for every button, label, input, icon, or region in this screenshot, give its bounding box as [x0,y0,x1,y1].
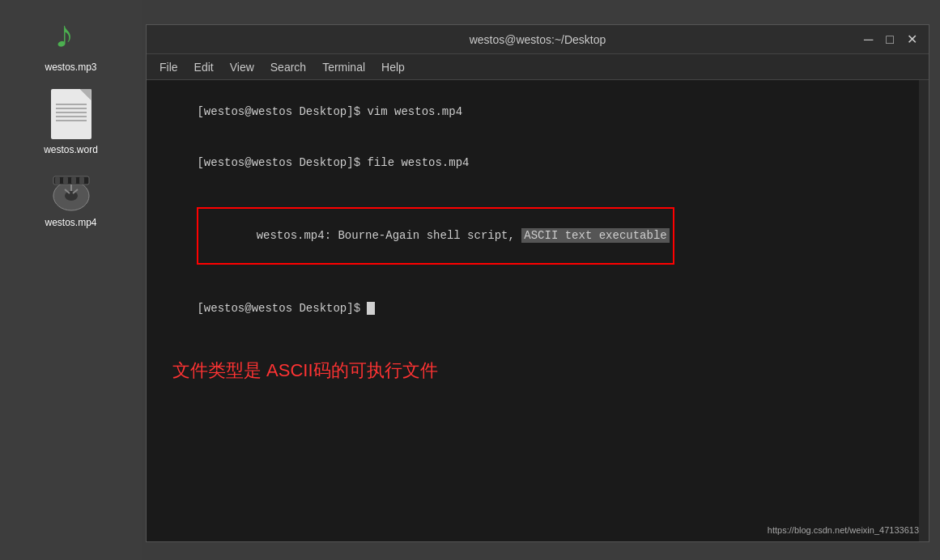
terminal-line-4: [westos@westos Desktop]$ [156,283,919,334]
desktop-icon-mp3[interactable]: ♪ westos.mp3 [31,8,112,73]
svg-point-2 [65,191,78,201]
terminal-window: westos@westos:~/Desktop ─ □ ✕ File Edit … [146,24,929,542]
cursor [367,302,375,315]
close-button[interactable]: ✕ [902,32,922,48]
minimize-button[interactable]: ─ [859,32,878,48]
menu-help[interactable]: Help [375,57,411,77]
mp3-label: westos.mp3 [45,62,96,73]
annotation-text: 文件类型是 ASCII码的可执行文件 [172,358,919,383]
terminal-line-2: [westos@westos Desktop]$ file westos.mp4 [156,138,919,189]
desktop: ♪ westos.mp3 westos.word [0,0,142,560]
menu-file[interactable]: File [153,57,185,77]
word-label: westos.word [44,144,98,155]
svg-rect-7 [79,177,84,184]
terminal-content[interactable]: [westos@westos Desktop]$ vim westos.mp4 … [147,80,929,541]
url-watermark: https://blog.csdn.net/weixin_47133613 [768,525,919,535]
svg-rect-5 [63,177,68,184]
terminal-line-1: [westos@westos Desktop]$ vim westos.mp4 [156,87,919,138]
svg-rect-4 [55,177,60,184]
terminal-menubar: File Edit View Search Terminal Help [147,54,929,80]
highlighted-command-line: westos.mp4: Bourne-Again shell script, A… [197,207,674,265]
document-icon [51,89,91,139]
desktop-icon-word[interactable]: westos.word [31,89,112,155]
menu-edit[interactable]: Edit [188,57,220,77]
terminal-title: westos@westos:~/Desktop [470,33,606,46]
mp4-label: westos.mp4 [45,217,96,228]
terminal-titlebar: westos@westos:~/Desktop ─ □ ✕ [147,25,929,54]
film-icon [47,172,96,212]
menu-terminal[interactable]: Terminal [316,57,372,77]
terminal-line-3: westos.mp4: Bourne-Again shell script, A… [156,190,919,282]
maximize-button[interactable]: □ [881,32,899,48]
music-icon: ♪ [47,8,96,57]
desktop-icon-mp4[interactable]: westos.mp4 [31,172,112,228]
window-controls: ─ □ ✕ [859,32,922,48]
svg-rect-6 [71,177,76,184]
menu-search[interactable]: Search [264,57,313,77]
svg-text:♪: ♪ [53,15,76,55]
menu-view[interactable]: View [223,57,261,77]
ascii-highlight: ASCII text executable [521,228,669,243]
line3-prefix: westos.mp4: Bourne-Again shell script, [257,229,522,242]
scrollbar[interactable] [919,80,929,541]
